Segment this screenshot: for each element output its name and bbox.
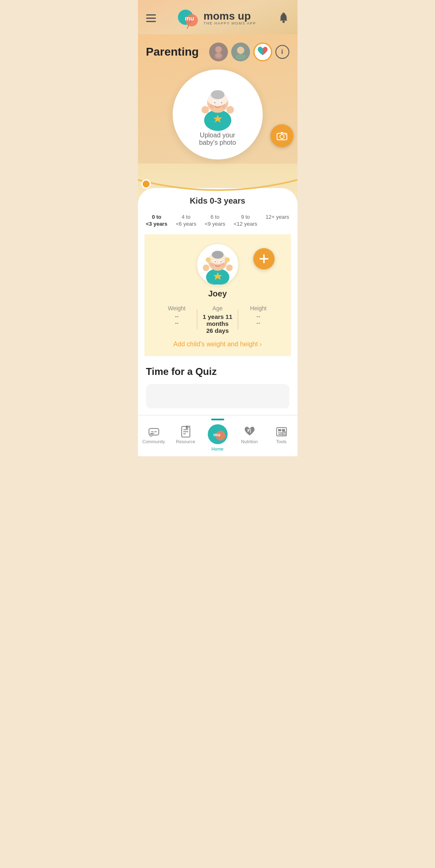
- add-weight-text: Add child's weight and height: [173, 341, 258, 348]
- parenting-header: Parenting: [146, 43, 289, 61]
- age-stat: Age 1 years 11 months 26 days: [197, 305, 238, 334]
- brand-moms: moms: [203, 10, 235, 22]
- quiz-section: Time for a Quiz: [138, 356, 298, 415]
- nav-item-nutrition[interactable]: Nutrition: [237, 426, 262, 444]
- home-icon: mu: [207, 424, 228, 445]
- avatar-active[interactable]: [253, 43, 272, 61]
- nutrition-icon: [244, 426, 255, 437]
- weight-value: --: [157, 313, 197, 320]
- age-curve-svg: [138, 164, 298, 196]
- age-range-labels: 0 to <3 years 4 to <6 years 6 to <9 year…: [144, 212, 291, 234]
- nav-item-resource[interactable]: Resource: [174, 426, 198, 444]
- height-unit: --: [238, 320, 279, 326]
- age-label-4-6[interactable]: 4 to <6 years: [176, 214, 196, 228]
- main-content: Parenting: [138, 34, 298, 415]
- svg-text:mu: mu: [213, 432, 220, 437]
- nav-community-label: Community: [142, 439, 165, 444]
- baby-photo-container: Upload your baby's photo: [146, 70, 289, 159]
- baby-illustration: [195, 83, 240, 132]
- age-label-12plus[interactable]: 12+ years: [266, 214, 289, 221]
- svg-point-43: [207, 249, 227, 264]
- plus-icon: [258, 253, 270, 265]
- height-stat: Height -- --: [238, 305, 279, 326]
- baby-photo-circle[interactable]: Upload your baby's photo: [173, 70, 263, 159]
- upload-text: Upload your baby's photo: [199, 132, 236, 146]
- nav-item-tools[interactable]: Tools: [269, 426, 294, 444]
- nav-resource-label: Resource: [176, 439, 195, 444]
- svg-point-4: [215, 46, 222, 53]
- info-icon: i: [281, 48, 283, 56]
- avatar-group: i: [209, 43, 289, 61]
- svg-point-66: [284, 433, 285, 433]
- svg-rect-52: [186, 426, 188, 429]
- menu-button[interactable]: [146, 14, 156, 22]
- height-value: --: [238, 313, 279, 320]
- svg-point-20: [201, 106, 209, 113]
- svg-point-40: [203, 265, 209, 271]
- notification-bell-icon[interactable]: [278, 12, 289, 24]
- nav-nutrition-label: Nutrition: [241, 439, 258, 444]
- svg-point-44: [205, 257, 210, 262]
- avatar-newborn[interactable]: [231, 43, 250, 61]
- weight-unit: --: [157, 320, 197, 326]
- camera-button[interactable]: [270, 124, 293, 147]
- age-range-title: Kids 0-3 years: [144, 196, 291, 206]
- svg-point-6: [216, 53, 221, 58]
- svg-point-21: [226, 106, 234, 113]
- age-value-line1: 1 years 11 months: [197, 313, 238, 327]
- age-label-stat: Age: [197, 305, 238, 312]
- svg-point-25: [280, 135, 284, 139]
- svg-rect-53: [188, 426, 190, 428]
- avatar-pregnancy[interactable]: [209, 43, 228, 61]
- svg-text:mu: mu: [185, 15, 194, 22]
- svg-rect-60: [278, 429, 281, 431]
- child-card: Joey Weight -- -- Age 1 yea: [144, 234, 291, 356]
- community-icon: [148, 426, 160, 437]
- child-name: Joey: [208, 289, 227, 298]
- parenting-section: Parenting: [138, 34, 298, 159]
- child-avatar[interactable]: [197, 244, 238, 285]
- svg-point-45: [224, 257, 229, 262]
- age-label-0-3[interactable]: 0 to <3 years: [146, 214, 167, 228]
- add-child-button[interactable]: [253, 248, 275, 269]
- weight-stat: Weight -- --: [157, 305, 197, 326]
- svg-point-3: [282, 21, 285, 23]
- bottom-navigation: Community Resource mu: [138, 415, 298, 456]
- svg-point-7: [237, 47, 244, 54]
- age-label-9-12[interactable]: 9 to <12 years: [234, 214, 257, 228]
- chevron-right-icon: ›: [259, 341, 261, 348]
- info-button[interactable]: i: [275, 45, 289, 59]
- brand-tagline: THE HAPPY MOMS APP: [203, 21, 256, 25]
- age-value-line2: 26 days: [197, 327, 238, 334]
- svg-point-26: [284, 134, 286, 135]
- weight-label: Weight: [157, 305, 197, 312]
- svg-point-65: [283, 433, 284, 433]
- svg-point-23: [206, 88, 229, 106]
- quiz-card[interactable]: [146, 384, 289, 408]
- resource-icon: [180, 426, 192, 437]
- child-stats: Weight -- -- Age 1 years 11 months 26 da…: [153, 305, 283, 334]
- logo: mu moms up THE HAPPY MOMS APP: [177, 7, 256, 29]
- home-active-indicator: [211, 419, 224, 420]
- svg-point-27: [142, 180, 150, 188]
- parenting-title: Parenting: [146, 45, 199, 58]
- logo-text: moms up THE HAPPY MOMS APP: [203, 11, 256, 25]
- child-info: Joey Weight -- -- Age 1 yea: [153, 244, 283, 348]
- nav-item-home[interactable]: mu Home: [205, 419, 230, 451]
- age-label-6-9[interactable]: 6 to <9 years: [205, 214, 225, 228]
- brand-up: up: [235, 10, 251, 22]
- height-label: Height: [238, 305, 279, 312]
- child-baby-illustration: [199, 244, 236, 285]
- nav-item-community[interactable]: Community: [142, 426, 166, 444]
- nav-tools-label: Tools: [276, 439, 287, 444]
- svg-point-8: [236, 54, 246, 60]
- nav-home-label: Home: [212, 446, 223, 451]
- app-header: mu moms up THE HAPPY MOMS APP: [138, 0, 298, 34]
- logo-icon: mu: [177, 7, 200, 29]
- add-weight-link[interactable]: Add child's weight and height ›: [173, 341, 261, 348]
- camera-icon: [276, 131, 288, 141]
- svg-point-64: [282, 431, 287, 436]
- svg-point-41: [226, 265, 232, 271]
- tools-icon: [276, 426, 287, 437]
- quiz-title: Time for a Quiz: [146, 366, 289, 377]
